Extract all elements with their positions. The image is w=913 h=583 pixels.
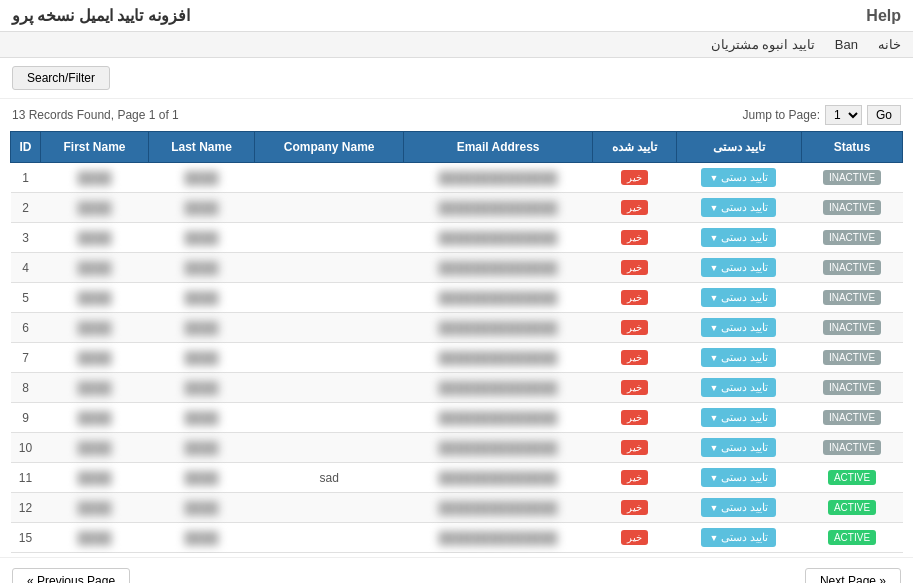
status-badge: INACTIVE xyxy=(823,200,881,215)
manual-confirm-button[interactable]: تایید دستی ▼ xyxy=(701,288,776,307)
table-row: 15 ████ ████ ██████████████ خیر تایید دس… xyxy=(11,523,903,553)
cell-id: 1 xyxy=(11,163,41,193)
col-email: Email Address xyxy=(404,132,593,163)
manual-confirm-button[interactable]: تایید دستی ▼ xyxy=(701,438,776,457)
cell-company xyxy=(255,223,404,253)
cell-confirmed: خیر xyxy=(592,523,676,553)
cell-confirmed: خیر xyxy=(592,193,676,223)
status-badge: ACTIVE xyxy=(828,530,876,545)
cell-confirmed: خیر xyxy=(592,343,676,373)
cell-manual[interactable]: تایید دستی ▼ xyxy=(676,343,801,373)
cell-manual[interactable]: تایید دستی ▼ xyxy=(676,283,801,313)
cell-email: ██████████████ xyxy=(404,283,593,313)
manual-btn-label: تایید دستی xyxy=(721,471,768,484)
cell-last-name: ████ xyxy=(148,463,254,493)
cell-company xyxy=(255,193,404,223)
dropdown-arrow-icon: ▼ xyxy=(709,443,718,453)
manual-confirm-button[interactable]: تایید دستی ▼ xyxy=(701,168,776,187)
cell-confirmed: خیر xyxy=(592,493,676,523)
table-row: 7 ████ ████ ██████████████ خیر تایید دست… xyxy=(11,343,903,373)
cell-company: sad xyxy=(255,463,404,493)
col-id: ID xyxy=(11,132,41,163)
cell-manual[interactable]: تایید دستی ▼ xyxy=(676,403,801,433)
nav-item-ban[interactable]: Ban xyxy=(835,37,858,52)
app-title: افزونه تایید ایمیل نسخه پرو xyxy=(12,6,190,25)
confirmed-badge: خیر xyxy=(621,530,648,545)
go-button[interactable]: Go xyxy=(867,105,901,125)
cell-company xyxy=(255,253,404,283)
cell-manual[interactable]: تایید دستی ▼ xyxy=(676,523,801,553)
cell-manual[interactable]: تایید دستی ▼ xyxy=(676,223,801,253)
dropdown-arrow-icon: ▼ xyxy=(709,173,718,183)
manual-confirm-button[interactable]: تایید دستی ▼ xyxy=(701,528,776,547)
manual-confirm-button[interactable]: تایید دستی ▼ xyxy=(701,348,776,367)
prev-page-button[interactable]: « Previous Page xyxy=(12,568,130,583)
page-select[interactable]: 1 xyxy=(825,105,862,125)
table-header-row: ID First Name Last Name Company Name Ema… xyxy=(11,132,903,163)
table-wrap: ID First Name Last Name Company Name Ema… xyxy=(0,131,913,553)
manual-confirm-button[interactable]: تایید دستی ▼ xyxy=(701,468,776,487)
cell-status: INACTIVE xyxy=(802,343,903,373)
cell-manual[interactable]: تایید دستی ▼ xyxy=(676,373,801,403)
next-page-button[interactable]: Next Page » xyxy=(805,568,901,583)
nav-item-home[interactable]: خانه xyxy=(878,37,901,52)
cell-manual[interactable]: تایید دستی ▼ xyxy=(676,313,801,343)
cell-status: INACTIVE xyxy=(802,163,903,193)
cell-email: ██████████████ xyxy=(404,253,593,283)
nav-bar: خانه Ban تایید انبوه مشتریان xyxy=(0,32,913,58)
cell-first-name: ████ xyxy=(41,343,149,373)
search-filter-button[interactable]: Search/Filter xyxy=(12,66,110,90)
cell-email: ██████████████ xyxy=(404,193,593,223)
help-button[interactable]: Help xyxy=(866,7,901,25)
manual-confirm-button[interactable]: تایید دستی ▼ xyxy=(701,408,776,427)
cell-status: INACTIVE xyxy=(802,373,903,403)
cell-manual[interactable]: تایید دستی ▼ xyxy=(676,433,801,463)
manual-confirm-button[interactable]: تایید دستی ▼ xyxy=(701,228,776,247)
manual-btn-label: تایید دستی xyxy=(721,231,768,244)
dropdown-arrow-icon: ▼ xyxy=(709,263,718,273)
cell-email: ██████████████ xyxy=(404,313,593,343)
dropdown-arrow-icon: ▼ xyxy=(709,533,718,543)
manual-confirm-button[interactable]: تایید دستی ▼ xyxy=(701,318,776,337)
cell-manual[interactable]: تایید دستی ▼ xyxy=(676,493,801,523)
cell-status: INACTIVE xyxy=(802,403,903,433)
table-row: 10 ████ ████ ██████████████ خیر تایید دس… xyxy=(11,433,903,463)
manual-confirm-button[interactable]: تایید دستی ▼ xyxy=(701,198,776,217)
status-badge: INACTIVE xyxy=(823,260,881,275)
cell-email: ██████████████ xyxy=(404,463,593,493)
status-badge: INACTIVE xyxy=(823,410,881,425)
cell-id: 7 xyxy=(11,343,41,373)
cell-id: 4 xyxy=(11,253,41,283)
cell-company xyxy=(255,343,404,373)
status-badge: ACTIVE xyxy=(828,500,876,515)
cell-last-name: ████ xyxy=(148,433,254,463)
cell-confirmed: خیر xyxy=(592,313,676,343)
manual-btn-label: تایید دستی xyxy=(721,261,768,274)
cell-company xyxy=(255,433,404,463)
cell-id: 11 xyxy=(11,463,41,493)
manual-confirm-button[interactable]: تایید دستی ▼ xyxy=(701,258,776,277)
cell-last-name: ████ xyxy=(148,223,254,253)
cell-manual[interactable]: تایید دستی ▼ xyxy=(676,253,801,283)
cell-manual[interactable]: تایید دستی ▼ xyxy=(676,193,801,223)
cell-confirmed: خیر xyxy=(592,373,676,403)
cell-first-name: ████ xyxy=(41,493,149,523)
cell-first-name: ████ xyxy=(41,283,149,313)
nav-item-bulk[interactable]: تایید انبوه مشتریان xyxy=(711,37,815,52)
cell-status: INACTIVE xyxy=(802,193,903,223)
manual-btn-label: تایید دستی xyxy=(721,321,768,334)
confirmed-badge: خیر xyxy=(621,320,648,335)
cell-id: 9 xyxy=(11,403,41,433)
confirmed-badge: خیر xyxy=(621,380,648,395)
manual-confirm-button[interactable]: تایید دستی ▼ xyxy=(701,498,776,517)
cell-first-name: ████ xyxy=(41,253,149,283)
top-bar: افزونه تایید ایمیل نسخه پرو Help xyxy=(0,0,913,32)
cell-manual[interactable]: تایید دستی ▼ xyxy=(676,163,801,193)
table-row: 8 ████ ████ ██████████████ خیر تایید دست… xyxy=(11,373,903,403)
manual-confirm-button[interactable]: تایید دستی ▼ xyxy=(701,378,776,397)
cell-company xyxy=(255,403,404,433)
manual-btn-label: تایید دستی xyxy=(721,381,768,394)
cell-manual[interactable]: تایید دستی ▼ xyxy=(676,463,801,493)
cell-last-name: ████ xyxy=(148,283,254,313)
table-row: 6 ████ ████ ██████████████ خیر تایید دست… xyxy=(11,313,903,343)
